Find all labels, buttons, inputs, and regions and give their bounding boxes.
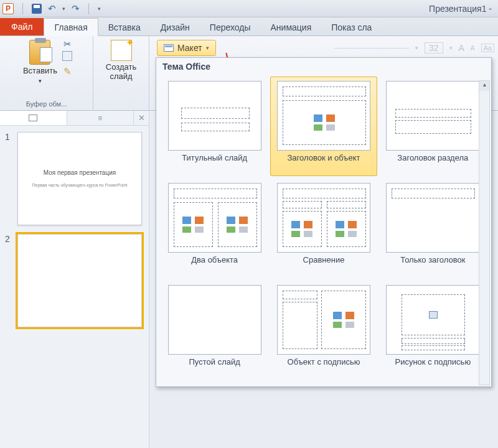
layout-option[interactable]: Заголовок раздела xyxy=(380,77,486,176)
slide-thumbnail[interactable]: Моя первая презентацияПервая часть обуча… xyxy=(17,132,142,225)
copy-icon[interactable] xyxy=(63,52,73,62)
layout-option[interactable]: Сравнение xyxy=(270,179,377,278)
layout-preview xyxy=(277,183,370,253)
layout-preview xyxy=(386,81,479,151)
layout-preview xyxy=(386,183,479,253)
layout-option-label: Только заголовок xyxy=(400,255,465,275)
layout-option-label: Сравнение xyxy=(303,255,345,275)
new-slide-button[interactable]: Создать слайд xyxy=(102,39,140,82)
layout-option[interactable]: Два объекта xyxy=(161,179,268,278)
group-slides: Создать слайд xyxy=(93,36,149,110)
tab-file[interactable]: Файл xyxy=(0,18,44,35)
quick-access-toolbar: ↶ ▾ ↷ ▾ xyxy=(20,3,101,14)
group-clipboard: Вставить▾ ✂ ✎ Буфер обм... xyxy=(0,36,93,110)
chevron-down-icon: ▾ xyxy=(206,45,209,51)
thumbnail-number: 2 xyxy=(5,234,12,327)
thumbnail-row[interactable]: 1Моя первая презентацияПервая часть обуч… xyxy=(5,132,144,225)
slides-tab-icon xyxy=(29,114,37,121)
tab-insert[interactable]: Вставка xyxy=(98,19,151,35)
layout-button[interactable]: Макет ▾ xyxy=(157,40,216,56)
format-painter-icon[interactable]: ✎ xyxy=(63,66,73,76)
layout-button-label: Макет xyxy=(177,43,202,53)
layout-option[interactable]: Заголовок и объект xyxy=(270,77,377,176)
layout-option-label: Рисунок с подписью xyxy=(395,357,471,377)
layout-option-label: Два объекта xyxy=(191,255,238,275)
layout-option-label: Заголовок и объект xyxy=(287,153,360,173)
layout-preview xyxy=(277,285,370,355)
tab-slideshow[interactable]: Показ сла xyxy=(321,19,382,35)
tab-transitions[interactable]: Переходы xyxy=(200,19,261,35)
thumbnail-pane-close[interactable]: ✕ xyxy=(134,111,149,125)
slide-thumbnail[interactable] xyxy=(17,234,142,327)
layout-preview xyxy=(168,81,261,151)
ribbon-tabs: Файл Главная Вставка Дизайн Переходы Ани… xyxy=(0,17,498,36)
redo-icon[interactable]: ↷ xyxy=(72,3,80,14)
layout-gallery: Тема Office Титульный слайдЗаголовок и о… xyxy=(156,57,492,387)
gallery-scrollbar[interactable]: ▴ xyxy=(479,80,490,385)
new-slide-icon xyxy=(111,40,132,61)
layout-option[interactable]: Пустой слайд xyxy=(161,281,268,380)
ribbon: Вставить▾ ✂ ✎ Буфер обм... Создать слайд… xyxy=(0,36,498,111)
ribbon-font-disabled: ▾ 32▾ AA Aa xyxy=(334,42,494,54)
layout-preview xyxy=(168,285,261,355)
layout-preview xyxy=(277,81,370,151)
slide-thumbnail-pane: ≡ ✕ 1Моя первая презентацияПервая часть … xyxy=(0,111,149,448)
group-label-clipboard: Буфер обм... xyxy=(26,100,67,109)
layout-option[interactable]: Титульный слайд xyxy=(161,77,268,176)
thumbnail-number: 1 xyxy=(5,132,12,225)
cut-icon[interactable]: ✂ xyxy=(63,39,73,49)
thumbnail-tabs: ≡ ✕ xyxy=(0,111,149,126)
layout-option-label: Заголовок раздела xyxy=(397,153,468,173)
undo-dropdown-icon[interactable]: ▾ xyxy=(62,6,65,12)
outline-tab-icon: ≡ xyxy=(98,114,102,123)
thumbnail-row[interactable]: 2 xyxy=(5,234,144,327)
tab-design[interactable]: Дизайн xyxy=(151,19,200,35)
paste-icon xyxy=(29,40,50,65)
layout-option[interactable]: Только заголовок xyxy=(380,179,486,278)
layout-option-label: Пустой слайд xyxy=(189,357,240,377)
tab-animation[interactable]: Анимация xyxy=(261,19,322,35)
save-icon[interactable] xyxy=(32,4,42,14)
undo-icon[interactable]: ↶ xyxy=(48,3,56,14)
layout-option[interactable]: Объект с подписью xyxy=(270,281,377,380)
gallery-header: Тема Office xyxy=(156,58,491,74)
layout-preview xyxy=(386,285,479,355)
paste-button[interactable]: Вставить▾ xyxy=(19,39,61,86)
layout-option[interactable]: Рисунок с подписью xyxy=(380,281,486,380)
layout-preview xyxy=(168,183,261,253)
thumbnail-tab-outline[interactable]: ≡ xyxy=(67,111,134,125)
scroll-up-icon[interactable]: ▴ xyxy=(479,81,489,91)
document-title: Презентация1 - xyxy=(101,4,496,14)
tab-home[interactable]: Главная xyxy=(44,18,98,36)
layout-icon xyxy=(164,44,174,52)
layout-option-label: Объект с подписью xyxy=(288,357,360,377)
thumbnail-tab-slides[interactable] xyxy=(0,111,67,125)
layout-option-label: Титульный слайд xyxy=(182,153,247,173)
title-bar: P ↶ ▾ ↷ ▾ Презентация1 - xyxy=(0,0,498,17)
app-icon: P xyxy=(2,3,14,14)
